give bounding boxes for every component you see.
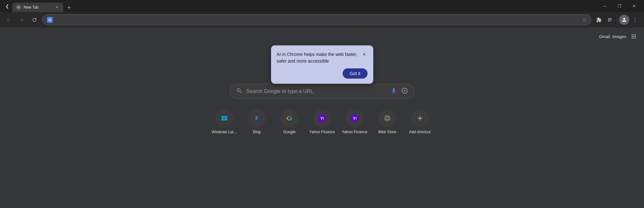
toolbar-actions: ⋮	[594, 15, 640, 25]
shortcuts-row: Windows Lat... Bing	[210, 109, 434, 134]
shortcut-add[interactable]: Add shortcut	[406, 109, 434, 134]
tab-title: New Tab	[24, 5, 51, 10]
svg-text:Y!: Y!	[353, 116, 356, 121]
toolbar: G ☆ ⋮	[0, 12, 644, 27]
search-bar[interactable]	[229, 84, 415, 99]
tab-list: N New Tab ✕ +	[12, 0, 597, 12]
active-tab[interactable]: N New Tab ✕	[12, 3, 63, 12]
top-right-links: Gmail Images	[599, 31, 639, 42]
svg-rect-6	[221, 119, 224, 120]
svg-text:Y!: Y!	[320, 116, 324, 121]
shortcut-label-add: Add shortcut	[409, 130, 431, 134]
shortcut-label-windows-lat: Windows Lat...	[212, 130, 237, 134]
voice-search-icon[interactable]	[390, 87, 397, 96]
tooltip-close-button[interactable]: ✕	[361, 51, 368, 58]
images-link[interactable]: Images	[612, 34, 626, 39]
extensions-icon[interactable]	[594, 15, 604, 25]
shortcut-icon-windows-lat	[215, 109, 233, 127]
shortcut-windows-lat[interactable]: Windows Lat...	[210, 109, 239, 134]
search-input[interactable]	[246, 89, 386, 94]
shortcut-bing[interactable]: Bing	[243, 109, 271, 134]
shortcut-label-web-store: Web Store	[378, 130, 396, 134]
shortcut-label-yahoo-finance-2: Yahoo Finance	[342, 130, 368, 134]
ai-tooltip-popup: AI in Chrome helps make the web faster, …	[271, 45, 373, 84]
restore-button[interactable]: ❐	[612, 0, 627, 12]
toolbar-separator	[617, 17, 617, 23]
google-apps-icon[interactable]	[629, 31, 639, 42]
forward-button[interactable]	[17, 15, 27, 25]
profile-button[interactable]	[619, 15, 629, 25]
refresh-button[interactable]	[29, 15, 40, 25]
main-content: Gmail Images AI in Chrome helps make the…	[0, 27, 644, 208]
shortcut-icon-web-store	[378, 109, 396, 127]
shortcut-icon-yahoo-finance-1: Y!	[313, 109, 331, 127]
shortcut-icon-google	[281, 109, 299, 127]
tooltip-header: AI in Chrome helps make the web faster, …	[277, 51, 368, 65]
tab-close-button[interactable]: ✕	[54, 4, 59, 10]
svg-rect-5	[224, 116, 227, 118]
shortcut-icon-add	[411, 109, 429, 127]
titlebar: ❮ N New Tab ✕ + — ❐ ✕	[0, 0, 644, 12]
minimize-button[interactable]: —	[597, 0, 612, 12]
got-it-button[interactable]: Got it	[343, 68, 367, 79]
tab-favicon: N	[16, 5, 21, 10]
svg-rect-4	[221, 116, 224, 118]
search-magnifier-icon	[236, 88, 243, 96]
back-button[interactable]	[4, 15, 14, 25]
address-bar[interactable]: G ☆	[42, 14, 591, 25]
shortcut-icon-yahoo-finance-2: Y!	[346, 109, 364, 127]
shortcut-label-bing: Bing	[253, 130, 260, 134]
shortcut-google[interactable]: Google	[275, 109, 304, 134]
shortcut-web-store[interactable]: Web Store	[373, 109, 402, 134]
new-tab-button[interactable]: +	[65, 3, 74, 12]
tab-list-collapse[interactable]: ❮	[3, 1, 12, 11]
google-lens-icon[interactable]	[401, 87, 408, 96]
svg-text:N: N	[18, 6, 19, 8]
shortcut-yahoo-finance-2[interactable]: Y! Yahoo Finance	[340, 109, 369, 134]
shortcut-icon-bing	[248, 109, 266, 127]
screen-capture-icon[interactable]	[605, 15, 615, 25]
address-favicon: G	[47, 17, 53, 23]
close-button[interactable]: ✕	[627, 0, 641, 12]
address-input[interactable]	[55, 17, 579, 22]
shortcut-label-google: Google	[283, 130, 296, 134]
svg-rect-7	[224, 119, 227, 120]
shortcut-yahoo-finance-1[interactable]: Y! Yahoo Finance	[308, 109, 337, 134]
chrome-menu-button[interactable]: ⋮	[630, 15, 640, 25]
tooltip-message: AI in Chrome helps make the web faster, …	[277, 51, 361, 65]
shortcut-label-yahoo-finance-1: Yahoo Finance	[309, 130, 335, 134]
window-controls: — ❐ ✕	[597, 0, 641, 12]
gmail-link[interactable]: Gmail	[599, 34, 610, 39]
bookmark-star-icon[interactable]: ☆	[582, 17, 586, 23]
svg-rect-3	[220, 114, 229, 123]
